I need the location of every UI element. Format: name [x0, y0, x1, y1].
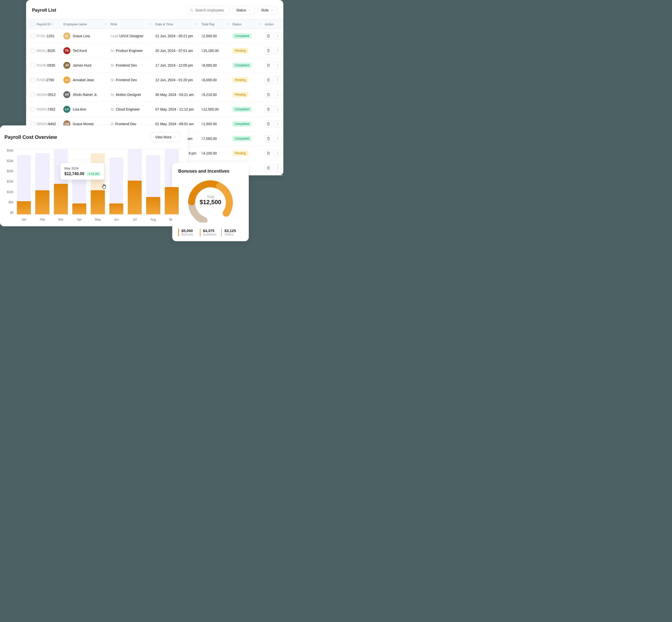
- col-employee[interactable]: Employee name▲▼: [63, 22, 110, 26]
- svg-point-24: [278, 138, 278, 139]
- delete-button[interactable]: [265, 149, 272, 157]
- more-button[interactable]: [274, 62, 281, 69]
- more-button[interactable]: [274, 106, 281, 113]
- donut-total-label: Total: [200, 195, 222, 199]
- status-badge: Pending: [232, 92, 248, 97]
- status-badge: Pending: [232, 48, 248, 54]
- bar-column[interactable]: [54, 149, 68, 214]
- avatar: JH: [63, 62, 70, 69]
- search-input-wrapper[interactable]: [186, 6, 230, 14]
- cell-employee: GL Grace Lina: [63, 33, 110, 39]
- table-header: Payroll ID▲▼ Employee name▲▼ Role▲▼ Date…: [26, 20, 283, 29]
- col-status[interactable]: Status▲▼: [232, 22, 265, 26]
- more-button[interactable]: [274, 47, 281, 55]
- more-button[interactable]: [274, 76, 281, 84]
- status-badge: Completed: [232, 107, 252, 112]
- status-badge: Pending: [232, 150, 248, 156]
- delete-button[interactable]: [265, 32, 272, 40]
- table-row: MKHL-3020 TK Ted Kord Sr. Product Engine…: [26, 43, 283, 58]
- cell-datetime: 07 May, 2024 - 11:12 pm: [155, 107, 201, 111]
- cell-datetime: 20 Jun, 2024 - 07:01 am: [155, 49, 201, 53]
- table-row: HDGR-0912 XR Xholo Rainer Jr. Sr. Motion…: [26, 88, 283, 102]
- bonus-breakdown: $5,000Bonuses$4,375Incentives$3,125Other…: [178, 229, 243, 236]
- svg-point-16: [278, 95, 278, 96]
- col-pay[interactable]: Total Pay▲▼: [201, 22, 232, 26]
- search-icon: [190, 8, 193, 12]
- svg-point-26: [278, 152, 278, 152]
- svg-point-14: [278, 93, 278, 94]
- more-button[interactable]: [274, 91, 281, 98]
- delete-button[interactable]: [265, 76, 272, 84]
- row-checkbox[interactable]: [31, 107, 35, 111]
- bar-column[interactable]: [109, 149, 123, 214]
- row-checkbox[interactable]: [31, 34, 35, 38]
- cell-payroll-id: PORX-7452: [37, 107, 63, 111]
- svg-point-13: [278, 81, 278, 81]
- svg-point-7: [278, 51, 278, 52]
- role-filter[interactable]: Role: [258, 6, 277, 14]
- donut-chart: Total $12,500: [178, 178, 243, 222]
- breakdown-item: $3,125Others: [221, 229, 243, 236]
- bar-column[interactable]: [17, 149, 31, 214]
- table-row: FGHE-0935 JH James Hunt Sr. Frontend Dev…: [26, 58, 283, 73]
- y-axis: $30k$25k$20k$15k$10k$5k$0: [4, 147, 15, 221]
- cell-payroll-id: FGHE-0935: [37, 63, 63, 67]
- delete-button[interactable]: [265, 135, 272, 142]
- more-button[interactable]: [274, 120, 281, 128]
- row-checkbox[interactable]: [31, 78, 35, 82]
- col-date[interactable]: Date & Time▲▼: [155, 22, 201, 26]
- donut-total-value: $12,500: [200, 199, 222, 206]
- table-row: PYRL-1201 GL Grace Lina Lead UI/UX Desig…: [26, 29, 283, 43]
- status-filter[interactable]: Status: [233, 6, 255, 14]
- select-all-checkbox[interactable]: [31, 22, 35, 26]
- svg-point-35: [188, 199, 195, 205]
- row-checkbox[interactable]: [31, 63, 35, 67]
- delete-button[interactable]: [265, 164, 272, 172]
- svg-point-20: [278, 123, 278, 123]
- col-role[interactable]: Role▲▼: [110, 22, 155, 26]
- cell-datetime: 12 Jun, 2024 - 01:20 pm: [155, 78, 201, 82]
- breakdown-item: $4,375Incentives: [200, 229, 222, 236]
- view-more-button[interactable]: View More: [151, 132, 181, 142]
- svg-line-1: [192, 11, 193, 12]
- delete-button[interactable]: [265, 106, 272, 113]
- delete-button[interactable]: [265, 62, 272, 69]
- more-button[interactable]: [274, 149, 281, 157]
- svg-point-2: [278, 35, 278, 35]
- more-button[interactable]: [274, 164, 281, 172]
- svg-point-10: [278, 66, 278, 67]
- svg-point-31: [278, 169, 278, 169]
- bar-column[interactable]: [35, 149, 49, 214]
- status-badge: Completed: [232, 136, 252, 141]
- bar-chart: $30k$25k$20k$15k$10k$5k$0 JanFebMarAprMa…: [4, 147, 181, 221]
- cell-datetime: 30 May, 2024 - 03:21 am: [155, 93, 201, 97]
- table-row: PORX-7452 LA Lisa Ann Sr. Cloud Engineer…: [26, 102, 283, 117]
- row-checkbox[interactable]: [31, 49, 35, 53]
- bar-column[interactable]: [91, 149, 105, 214]
- svg-point-37: [216, 182, 223, 189]
- status-badge: Completed: [232, 121, 252, 127]
- bar-column[interactable]: [146, 149, 160, 214]
- cell-pay: $8,000.00: [201, 63, 232, 67]
- bar-column[interactable]: [128, 149, 142, 214]
- cell-payroll-id: MKHL-3020: [37, 49, 63, 53]
- chevron-down-icon: [271, 9, 274, 12]
- more-button[interactable]: [274, 135, 281, 142]
- cell-datetime: 21 Jun, 2024 - 05:21 pm: [155, 34, 201, 38]
- cell-role: Lead UI/UX Designer: [110, 34, 155, 38]
- delete-button[interactable]: [265, 120, 272, 128]
- cell-employee: XR Xholo Rainer Jr.: [63, 91, 110, 98]
- more-button[interactable]: [274, 32, 281, 40]
- avatar: XR: [63, 91, 70, 98]
- svg-point-28: [278, 154, 278, 154]
- svg-point-11: [278, 79, 278, 79]
- cell-payroll-id: PJSE-2790: [37, 78, 63, 82]
- delete-button[interactable]: [265, 91, 272, 98]
- row-checkbox[interactable]: [31, 93, 35, 97]
- bar-column[interactable]: [72, 149, 86, 214]
- delete-button[interactable]: [265, 47, 272, 55]
- cell-payroll-id: PYRL-1201: [37, 34, 63, 38]
- search-input[interactable]: [195, 8, 226, 12]
- breakdown-item: $5,000Bonuses: [178, 229, 200, 236]
- col-payroll-id[interactable]: Payroll ID▲▼: [37, 22, 63, 26]
